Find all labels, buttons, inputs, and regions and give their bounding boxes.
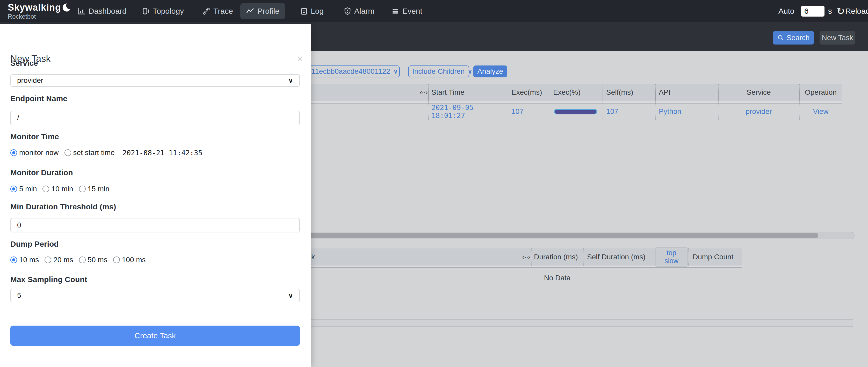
column-separator [583, 248, 584, 266]
nav-item-alarm[interactable]: Alarm [344, 0, 374, 22]
search-button-label: Search [787, 34, 810, 42]
min-threshold-label: Min Duration Threshold (ms) [10, 202, 116, 211]
col-service: Service [718, 84, 799, 101]
reload-label[interactable]: Reload [845, 7, 868, 15]
app-logo[interactable]: Skywalking Rocketbot [8, 2, 70, 20]
max-sampling-label: Max Sampling Count [10, 275, 87, 284]
top-navbar: Skywalking Rocketbot Dashboard Topology [0, 0, 868, 22]
new-task-button-label: New Task [822, 34, 853, 42]
row-self-ms: 107 [606, 103, 654, 120]
dump-10ms-radio[interactable] [10, 257, 17, 263]
duration-10min-label[interactable]: 10 min [51, 185, 73, 193]
resize-columns-icon[interactable]: ‹··› [404, 84, 427, 101]
dump-10ms-label[interactable]: 10 ms [19, 256, 39, 264]
nav-label: Topology [153, 7, 184, 15]
duration-5min-radio[interactable] [10, 186, 17, 192]
col-api: API [659, 84, 717, 101]
chevron-down-icon: ∨ [468, 68, 472, 75]
analyze-button-label: Analyze [477, 67, 503, 75]
nav-item-trace[interactable]: Trace [203, 0, 233, 22]
set-start-time-radio[interactable] [64, 149, 71, 156]
close-icon[interactable]: × [297, 53, 303, 64]
nav-label: Trace [213, 7, 233, 15]
event-list-icon [392, 7, 399, 15]
chevron-down-icon: ∨ [288, 292, 293, 300]
dump-period-radio-group: 10 ms 20 ms 50 ms 100 ms [10, 256, 152, 264]
nav-label: Alarm [354, 7, 374, 15]
nav-item-profile[interactable]: Profile [240, 3, 285, 19]
auto-interval-input[interactable] [801, 6, 825, 16]
row-api: Python [659, 103, 717, 120]
col-self-ms: Self(ms) [606, 84, 654, 101]
nav-item-log[interactable]: Log [300, 0, 324, 22]
dump-period-label: Dump Period [10, 240, 59, 248]
view-link[interactable]: View [799, 103, 842, 120]
top-slow-cell: top slow [655, 249, 688, 265]
top-slow-button[interactable]: top slow [655, 247, 688, 267]
column-separator [508, 84, 508, 120]
nav-item-topology[interactable]: Topology [142, 0, 184, 22]
auto-label: Auto [778, 7, 795, 15]
analyze-button[interactable]: Analyze [473, 65, 507, 77]
search-button[interactable]: Search [773, 31, 814, 44]
nav-label: Event [402, 7, 422, 15]
dump-50ms-radio[interactable] [79, 257, 86, 263]
max-sampling-select[interactable]: 5 ∨ [10, 289, 300, 302]
chevron-down-icon: ∨ [288, 77, 293, 85]
dump-100ms-label[interactable]: 100 ms [122, 256, 146, 264]
min-threshold-input[interactable]: 0 [10, 218, 300, 232]
topology-icon [142, 7, 150, 15]
nav-label: Log [311, 7, 324, 15]
new-task-button[interactable]: New Task [819, 31, 855, 44]
start-time-value[interactable]: 2021-08-21 11:42:35 [122, 149, 203, 157]
monitor-time-radio-group: monitor now set start time 2021-08-21 11… [10, 148, 203, 157]
col-start-time: Start Time [431, 84, 506, 101]
exec-percent-bar [554, 109, 597, 114]
skywalking-profile-page: Skywalking Rocketbot Dashboard Topology [0, 0, 868, 367]
dump-100ms-radio[interactable] [113, 257, 120, 263]
duration-15min-label[interactable]: 15 min [88, 185, 110, 193]
trace-segment-select[interactable]: e3011ecbb0aacde48001122 ∨ [295, 65, 400, 77]
monitor-now-radio[interactable] [10, 149, 17, 156]
stack-column-fragment: k [311, 249, 321, 265]
monitor-duration-radio-group: 5 min 10 min 15 min [10, 185, 115, 193]
reload-icon[interactable]: ↻ [837, 6, 845, 16]
set-start-time-label[interactable]: set start time [73, 148, 115, 157]
dump-20ms-label[interactable]: 20 ms [53, 256, 73, 264]
duration-15min-radio[interactable] [79, 186, 86, 192]
col-self-duration: Self Duration (ms) [587, 249, 654, 265]
create-task-button[interactable]: Create Task [10, 326, 300, 346]
col-dump-count: Dump Count [693, 249, 739, 265]
nav-label: Dashboard [89, 7, 127, 15]
service-select[interactable]: provider ∨ [10, 74, 300, 87]
row-service: provider [718, 103, 799, 120]
row-exec-ms: 107 [512, 103, 548, 120]
monitor-time-label: Monitor Time [10, 132, 59, 141]
column-separator [602, 84, 603, 120]
dump-50ms-label[interactable]: 50 ms [88, 256, 107, 264]
monitor-duration-label: Monitor Duration [10, 168, 73, 177]
column-separator [688, 248, 689, 266]
column-separator [428, 84, 429, 120]
column-separator [655, 84, 656, 120]
trace-segment-id: e3011ecbb0aacde48001122 [299, 67, 390, 75]
column-separator [742, 248, 742, 266]
include-children-label: Include Children [412, 67, 465, 75]
dump-20ms-radio[interactable] [44, 257, 51, 263]
col-operation: Operation [799, 84, 842, 101]
endpoint-name-input[interactable]: / [10, 111, 300, 125]
column-separator [655, 248, 655, 266]
nav-item-event[interactable]: Event [392, 0, 422, 22]
nav-item-dashboard[interactable]: Dashboard [78, 0, 127, 22]
column-separator [531, 248, 532, 266]
logo-title: Skywalking [8, 2, 61, 13]
max-sampling-value: 5 [17, 292, 21, 300]
duration-10min-radio[interactable] [42, 186, 49, 192]
duration-5min-label[interactable]: 5 min [19, 185, 37, 193]
trace-branch-icon [203, 7, 210, 15]
include-children-select[interactable]: Include Children ∨ [408, 65, 469, 77]
monitor-now-label[interactable]: monitor now [19, 148, 59, 157]
resize-columns-icon[interactable]: ‹··› [507, 249, 530, 265]
col-exec-ms: Exec(ms) [512, 84, 548, 101]
endpoint-name-label: Endpoint Name [10, 94, 67, 103]
